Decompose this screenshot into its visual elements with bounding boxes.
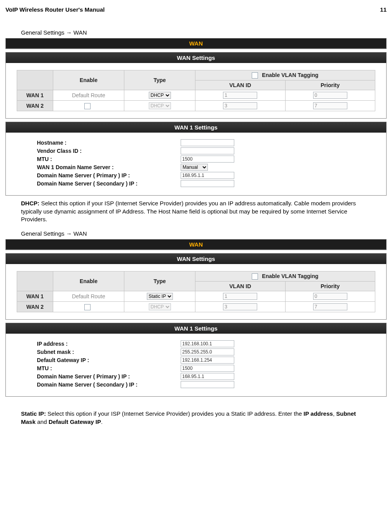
dnsmode-label: WAN 1 Domain Name Server : — [37, 164, 181, 170]
col-enable: Enable — [53, 271, 124, 291]
dnsmode-select[interactable]: Manual — [181, 164, 208, 171]
dhcp-lead: DHCP: — [21, 200, 40, 206]
wan1-settings-title: WAN 1 Settings — [6, 122, 386, 133]
wan-table: Enable Type Enable VLAN Tagging VLAN ID … — [17, 70, 375, 111]
wan-settings-title: WAN Settings — [6, 52, 386, 63]
wan2-prio-input[interactable] — [313, 303, 347, 310]
wan2-vlan-input[interactable] — [223, 102, 257, 109]
wan1-prio-input[interactable] — [313, 92, 347, 99]
dns2-label: Domain Name Server ( Secondary ) IP : — [37, 382, 181, 388]
page-header: VoIP Wireless Router User's Manual 11 — [5, 6, 387, 13]
wan1-enable: Default Route — [53, 291, 124, 302]
wan-settings-panel: WAN Settings Enable Type Enable VLAN Tag… — [5, 253, 387, 320]
col-enable: Enable — [53, 70, 124, 90]
wan2-enable-checkbox[interactable] — [84, 103, 91, 109]
breadcrumb: General Settings → WAN — [21, 230, 387, 237]
wan2-label: WAN 2 — [17, 302, 53, 312]
vendor-input[interactable] — [181, 147, 234, 154]
wan-settings-panel: WAN Settings Enable Type Enable VLAN Tag… — [5, 52, 387, 119]
col-vlan-id: VLAN ID — [195, 282, 286, 291]
staticip-description: Static IP: Select this option if your IS… — [21, 410, 371, 426]
col-blank — [17, 271, 53, 291]
dns2-input[interactable] — [181, 180, 234, 187]
gw-input[interactable] — [181, 357, 234, 364]
dns2-label: Domain Name Server ( Secondary ) IP : — [37, 180, 181, 187]
wan-title: WAN — [6, 240, 386, 250]
wan-title: WAN — [6, 38, 386, 49]
wan1-label: WAN 1 — [17, 90, 53, 101]
dns1-label: Domain Name Server ( Primary ) IP : — [37, 373, 181, 380]
wan1-vlan-input[interactable] — [223, 293, 257, 300]
wan1-type-select[interactable]: DHCP — [149, 92, 171, 99]
table-row: WAN 1 Default Route Static IP — [17, 291, 375, 302]
dns1-input[interactable] — [181, 373, 234, 380]
static-c2: and — [36, 418, 49, 425]
table-row: WAN 1 Default Route DHCP — [17, 90, 375, 101]
mtu-input[interactable] — [181, 156, 234, 163]
wan1-enable: Default Route — [53, 90, 124, 101]
mtu-input[interactable] — [181, 365, 234, 372]
static-c1: , — [333, 410, 336, 417]
ip-label: IP address : — [37, 341, 181, 347]
vendor-label: Vendor Class ID : — [37, 148, 181, 154]
wan-settings-title: WAN Settings — [6, 254, 386, 264]
table-row: WAN 2 DHCP — [17, 101, 375, 111]
col-priority: Priority — [285, 80, 375, 90]
wan1-vlan-input[interactable] — [223, 92, 257, 99]
enable-vlan-checkbox[interactable] — [252, 273, 258, 280]
mask-label: Subnet mask : — [37, 349, 181, 355]
col-priority: Priority — [285, 282, 375, 291]
manual-title: VoIP Wireless Router User's Manual — [5, 6, 105, 13]
table-row: WAN 2 DHCP — [17, 302, 375, 312]
enable-vlan-label: Enable VLAN Tagging — [262, 273, 318, 279]
wan1-settings-panel: WAN 1 Settings IP address : Subnet mask … — [5, 323, 387, 397]
static-lead: Static IP: — [21, 410, 46, 417]
wan2-type-select[interactable]: DHCP — [149, 102, 171, 109]
wan2-vlan-input[interactable] — [223, 303, 257, 310]
wan1-prio-input[interactable] — [313, 293, 347, 300]
dns1-label: Domain Name Server ( Primary ) IP : — [37, 172, 181, 178]
gw-label: Default Gateway IP : — [37, 357, 181, 363]
hostname-label: Hostname : — [37, 140, 181, 146]
wan2-type-select[interactable]: DHCP — [149, 303, 171, 310]
mtu-label: MTU : — [37, 365, 181, 371]
wan-panel: WAN — [5, 38, 387, 49]
mtu-label: MTU : — [37, 156, 181, 162]
wan-panel: WAN — [5, 239, 387, 250]
col-vlan-id: VLAN ID — [195, 80, 286, 90]
col-vlan-tagging: Enable VLAN Tagging — [195, 271, 375, 282]
static-end: . — [101, 418, 103, 425]
wan1-type-select[interactable]: Static IP — [147, 293, 173, 300]
wan1-settings-title: WAN 1 Settings — [6, 323, 386, 334]
wan1-settings-panel: WAN 1 Settings Hostname : Vendor Class I… — [5, 122, 387, 196]
wan1-label: WAN 1 — [17, 291, 53, 302]
col-type: Type — [124, 271, 195, 291]
dhcp-rest: Select this option if your ISP (Internet… — [21, 200, 356, 222]
wan2-label: WAN 2 — [17, 101, 53, 111]
wan-table: Enable Type Enable VLAN Tagging VLAN ID … — [17, 271, 375, 312]
col-type: Type — [124, 70, 195, 90]
static-b3: Default Gateway IP — [49, 418, 101, 425]
ip-input[interactable] — [181, 340, 234, 347]
static-b1: IP address — [303, 410, 333, 417]
breadcrumb: General Settings → WAN — [21, 29, 387, 36]
wan2-enable-checkbox[interactable] — [84, 304, 91, 310]
col-blank — [17, 70, 53, 90]
dhcp-description: DHCP: Select this option if your ISP (In… — [21, 200, 371, 223]
enable-vlan-checkbox[interactable] — [252, 72, 258, 79]
page-number: 11 — [380, 6, 387, 13]
hostname-input[interactable] — [181, 139, 234, 146]
mask-input[interactable] — [181, 348, 234, 355]
wan2-prio-input[interactable] — [313, 102, 347, 109]
dns2-input[interactable] — [181, 381, 234, 388]
dns1-input[interactable] — [181, 172, 234, 179]
static-mid: Select this option if your ISP (Internet… — [46, 410, 303, 417]
col-vlan-tagging: Enable VLAN Tagging — [195, 70, 375, 80]
enable-vlan-label: Enable VLAN Tagging — [262, 72, 318, 78]
